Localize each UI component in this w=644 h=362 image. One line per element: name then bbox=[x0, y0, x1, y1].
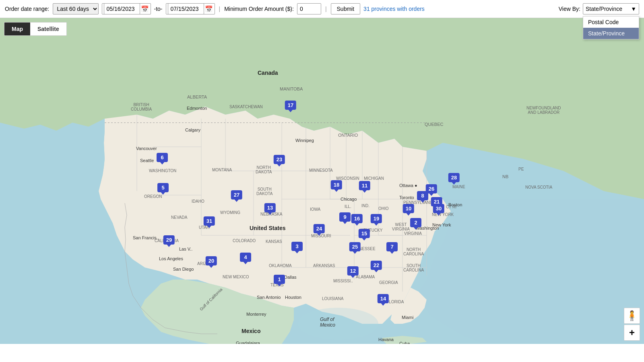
map-pin-9[interactable]: 9 bbox=[339, 212, 351, 222]
map-pin-25[interactable]: 25 bbox=[349, 242, 361, 251]
map-pin-20[interactable]: 20 bbox=[206, 256, 217, 265]
map-pin-8[interactable]: 8 bbox=[417, 191, 428, 200]
toolbar: Order date range: Last 60 days Last 30 d… bbox=[0, 0, 644, 18]
provinces-text: 31 provinces with orders bbox=[363, 6, 425, 12]
separator1: | bbox=[219, 6, 221, 12]
map-pin-4[interactable]: 4 bbox=[240, 253, 251, 262]
map-pin-5[interactable]: 5 bbox=[157, 183, 169, 192]
map-pin-19[interactable]: 19 bbox=[371, 214, 382, 223]
map-pin-3[interactable]: 3 bbox=[291, 242, 303, 251]
svg-point-6 bbox=[298, 308, 378, 340]
map-pin-30[interactable]: 30 bbox=[433, 204, 444, 213]
start-date-calendar-icon[interactable]: 📅 bbox=[141, 5, 149, 13]
map-pin-2[interactable]: 2 bbox=[410, 218, 421, 227]
view-by-dropdown-container: State/Province ▼ Postal Code State/Provi… bbox=[583, 3, 639, 14]
view-by-dropdown-overlay: Postal Code State/Province bbox=[583, 16, 639, 39]
date-separator: -to- bbox=[154, 6, 163, 12]
order-date-range-label: Order date range: bbox=[5, 6, 50, 12]
submit-button[interactable]: Submit bbox=[331, 3, 361, 14]
end-date-input-wrap: 07/15/2023 📅 bbox=[166, 3, 215, 14]
view-by-label: View By: bbox=[559, 6, 580, 12]
start-date-input[interactable]: 05/16/2023 bbox=[104, 3, 140, 14]
map-pin-11[interactable]: 11 bbox=[359, 181, 370, 190]
zoom-in-button[interactable]: + bbox=[624, 325, 640, 341]
end-date-input[interactable]: 07/15/2023 bbox=[168, 3, 204, 14]
view-by-chevron-icon: ▼ bbox=[631, 6, 636, 12]
map-pin-13[interactable]: 13 bbox=[264, 203, 276, 212]
map-svg bbox=[0, 18, 644, 344]
separator2: | bbox=[325, 6, 327, 12]
map-pin-12[interactable]: 12 bbox=[347, 266, 359, 276]
map-toggle-satellite-btn[interactable]: Satellite bbox=[30, 23, 66, 35]
map-pin-16[interactable]: 16 bbox=[351, 214, 363, 223]
map-toggle-map-btn[interactable]: Map bbox=[4, 23, 30, 35]
map-pin-6[interactable]: 6 bbox=[157, 153, 168, 162]
date-range-select[interactable]: Last 60 days Last 30 days Last 90 days C… bbox=[53, 3, 99, 14]
map-pin-15[interactable]: 15 bbox=[359, 229, 370, 238]
view-by-area: View By: State/Province Postal Code Stat… bbox=[559, 3, 639, 14]
map-toggle: Map Satellite bbox=[4, 22, 67, 36]
view-by-dropdown-trigger[interactable]: State/Province ▼ bbox=[583, 3, 639, 14]
end-date-calendar-icon[interactable]: 📅 bbox=[205, 5, 213, 13]
map-pin-31[interactable]: 31 bbox=[204, 216, 215, 226]
dropdown-item-state-province[interactable]: State/Province bbox=[583, 28, 639, 39]
map-pin-10[interactable]: 10 bbox=[403, 204, 414, 213]
map-pin-27[interactable]: 27 bbox=[231, 190, 242, 200]
street-view-button[interactable]: 🧍 bbox=[624, 308, 640, 324]
map-pin-14[interactable]: 14 bbox=[378, 294, 389, 303]
min-order-input[interactable]: 0 bbox=[297, 3, 321, 14]
map-pin-23[interactable]: 23 bbox=[274, 155, 285, 164]
map-pin-1[interactable]: 1 bbox=[274, 275, 285, 284]
map-container[interactable]: Map Satellite Canada United States Mexic… bbox=[0, 18, 644, 344]
min-order-label: Minimum Order Amount ($): bbox=[224, 6, 294, 12]
dropdown-item-postal-code[interactable]: Postal Code bbox=[583, 16, 639, 28]
map-pin-18[interactable]: 18 bbox=[331, 180, 342, 189]
map-pin-7[interactable]: 7 bbox=[386, 242, 398, 251]
map-pin-28[interactable]: 28 bbox=[448, 173, 460, 182]
map-pin-24[interactable]: 24 bbox=[314, 224, 325, 233]
view-by-selected-value: State/Province bbox=[586, 6, 629, 12]
map-pin-17[interactable]: 17 bbox=[285, 101, 296, 110]
map-pin-29[interactable]: 29 bbox=[163, 235, 175, 245]
map-pin-22[interactable]: 22 bbox=[371, 261, 382, 270]
start-date-input-wrap: 05/16/2023 📅 bbox=[102, 3, 151, 14]
